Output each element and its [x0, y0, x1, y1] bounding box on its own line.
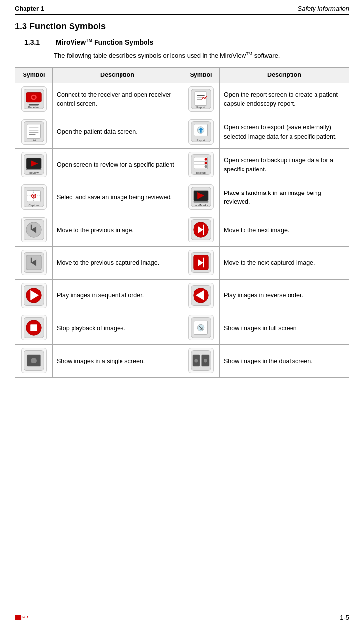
backup-icon: Backup [188, 152, 214, 177]
svg-rect-27 [26, 169, 41, 170]
desc-cell-left: Play images in sequential order. [53, 279, 182, 312]
symbol-cell-right [182, 214, 220, 247]
desc-cell-left: Show images in a single screen. [53, 345, 182, 378]
svg-text:Report: Report [196, 106, 205, 109]
svg-point-34 [205, 158, 207, 160]
symbol-cell-left [15, 312, 53, 345]
symbol-cell-right: LandMarks [182, 181, 220, 214]
svg-point-43 [33, 195, 34, 197]
svg-point-35 [205, 162, 207, 164]
svg-rect-48 [194, 201, 208, 203]
list-icon: List [21, 119, 47, 145]
desc-cell-right: Move to the next image. [220, 214, 349, 247]
report-icon: Report [188, 86, 214, 112]
prevcaptured-icon [21, 250, 47, 275]
playforward-icon [21, 283, 47, 308]
symbol-cell-right [182, 246, 220, 279]
col4-header: Description [220, 68, 349, 83]
col3-header: Symbol [182, 68, 220, 83]
section-title-header: Safety Information [298, 5, 350, 12]
desc-cell-right: Open screen to export (save externally) … [220, 116, 349, 148]
desc-cell-left: Move to the previous image. [53, 214, 182, 247]
symbol-cell-right [182, 312, 220, 345]
stop-icon [21, 315, 47, 340]
page-number: 1-5 [340, 614, 349, 621]
playreverse-icon [188, 283, 214, 308]
svg-text:IntroMedic: IntroMedic [22, 616, 28, 619]
page-header: Chapter 1 Safety Information [15, 5, 349, 15]
symbol-cell-right [182, 279, 220, 312]
svg-point-82 [31, 358, 37, 363]
desc-cell-right: Open the report screen to create a patie… [220, 83, 349, 116]
subsection-title: MiroViewTM Function Symbols [56, 38, 153, 46]
landmarks-icon: LandMarks [188, 184, 214, 210]
col2-header: Description [53, 68, 182, 83]
svg-point-36 [205, 165, 207, 168]
desc-cell-right: Open screen to backup image data for a s… [220, 148, 349, 181]
singlescreen-icon [21, 348, 47, 373]
receiver-icon: Receiver [21, 86, 47, 112]
svg-text:Review: Review [29, 171, 39, 174]
desc-cell-left: Stop playback of images. [53, 312, 182, 345]
svg-point-3 [32, 96, 36, 99]
fullscreen-icon [188, 315, 214, 340]
subsection-heading: 1.3.1 MiroViewTM Function Symbols [24, 38, 349, 46]
symbol-cell-right: Backup [182, 148, 220, 181]
page-footer: i IntroMedic 1-5 [15, 607, 349, 624]
symbol-cell-right [182, 345, 220, 378]
symbol-cell-left [15, 214, 53, 247]
nextimage-icon [188, 217, 214, 242]
symbol-cell-left: List [15, 116, 53, 148]
svg-text:Capture: Capture [28, 204, 39, 207]
symbol-cell-right: Report [182, 83, 220, 116]
symbol-cell-left [15, 279, 53, 312]
svg-text:Export: Export [196, 139, 205, 142]
svg-text:i: i [18, 616, 18, 619]
capture-icon: Capture [21, 184, 47, 210]
svg-rect-13 [27, 124, 40, 139]
svg-text:LandMarks: LandMarks [194, 204, 208, 207]
symbol-cell-left [15, 345, 53, 378]
nextcaptured-icon [188, 250, 214, 275]
desc-cell-left: Select and save an image being reviewed. [53, 181, 182, 214]
desc-cell-right: Play images in reverse order. [220, 279, 349, 312]
svg-text:Receiver: Receiver [28, 106, 39, 109]
svg-text:List: List [31, 139, 36, 142]
intro-text: The following table describes symbols or… [54, 51, 349, 61]
dualscreen-icon [188, 348, 214, 373]
table-row: Move to the previous image. Move to the … [15, 214, 349, 247]
review-icon: Review [21, 152, 47, 177]
table-row: Move to the previous captured image. Mov… [15, 246, 349, 279]
table-row: Review Open screen to review for a speci… [15, 148, 349, 181]
table-row: Receiver Connect to the receiver and ope… [15, 83, 349, 116]
desc-cell-left: Open screen to review for a specific pat… [53, 148, 182, 181]
table-row: Stop playback of images. Show images in … [15, 312, 349, 345]
svg-point-87 [204, 359, 207, 363]
svg-point-86 [194, 359, 198, 363]
table-row: Play images in sequential order. Play im… [15, 279, 349, 312]
chapter-label: Chapter 1 [15, 5, 44, 12]
symbol-cell-right: Export [182, 116, 220, 148]
symbol-cell-left: Receiver [15, 83, 53, 116]
symbol-cell-left: Capture [15, 181, 53, 214]
previmage-icon [21, 217, 47, 242]
table-row: List Open the patient data screen. Expor… [15, 116, 349, 148]
svg-rect-74 [30, 325, 37, 332]
desc-cell-right: Move to the next captured image. [220, 246, 349, 279]
section-heading: 1.3 Function Symbols [15, 22, 349, 32]
symbol-cell-left: Review [15, 148, 53, 181]
symbol-cell-left [15, 246, 53, 279]
desc-cell-left: Open the patient data screen. [53, 116, 182, 148]
desc-cell-right: Show images in full screen [220, 312, 349, 345]
footer-logo: i IntroMedic [15, 610, 28, 624]
intromedic-logo-icon: i IntroMedic [15, 610, 28, 624]
svg-text:Backup: Backup [196, 171, 206, 174]
symbols-table: Symbol Description Symbol Description Re… [15, 67, 349, 378]
export-icon: Export [188, 119, 214, 145]
table-row: Capture Select and save an image being r… [15, 181, 349, 214]
table-row: Show images in a single screen. Show ima… [15, 345, 349, 378]
desc-cell-left: Connect to the receiver and open receive… [53, 83, 182, 116]
desc-cell-left: Move to the previous captured image. [53, 246, 182, 279]
desc-cell-right: Place a landmark in an image being revie… [220, 181, 349, 214]
desc-cell-right: Show images in the dual screen. [220, 345, 349, 378]
